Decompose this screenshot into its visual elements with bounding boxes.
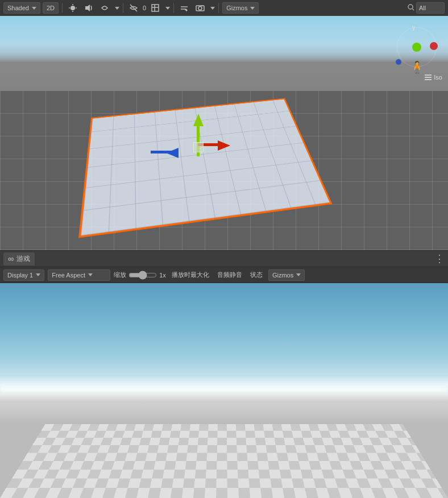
light-icon-button[interactable] bbox=[66, 2, 80, 14]
svg-line-15 bbox=[413, 9, 414, 10]
game-gizmos-button[interactable]: Gizmos bbox=[268, 269, 305, 281]
stats-button[interactable]: 状态 bbox=[248, 270, 265, 280]
grid-chevron-icon bbox=[165, 7, 170, 10]
scale-section: 缩放 1x bbox=[114, 271, 166, 280]
search-icon bbox=[406, 4, 416, 13]
display-chevron-icon bbox=[36, 273, 40, 276]
camera-chevron-icon bbox=[210, 7, 215, 10]
mute-label: 音频静音 bbox=[217, 271, 242, 278]
gizmo-center-cube bbox=[193, 142, 204, 152]
game-tab-label: 游戏 bbox=[16, 254, 30, 264]
shaded-button[interactable]: Shaded bbox=[3, 2, 40, 14]
game-gizmos-chevron-icon bbox=[296, 273, 301, 276]
svg-point-13 bbox=[198, 7, 202, 10]
grid-icon-button[interactable] bbox=[148, 2, 162, 14]
game-view bbox=[0, 283, 448, 498]
search-area bbox=[406, 2, 445, 14]
maximize-button[interactable]: 播放时最大化 bbox=[169, 270, 211, 280]
toolbar-separator-1 bbox=[62, 3, 63, 13]
effects-icon-button[interactable] bbox=[98, 2, 111, 14]
iso-line-3 bbox=[425, 79, 432, 80]
iso-line-2 bbox=[425, 77, 432, 78]
hidden-layers-icon-button[interactable] bbox=[127, 2, 140, 14]
hidden-zero-label: 0 bbox=[143, 5, 146, 11]
shaded-label: Shaded bbox=[7, 5, 29, 11]
aspect-label: Free Aspect bbox=[52, 272, 85, 279]
scale-slider[interactable] bbox=[128, 271, 157, 280]
2d-button[interactable]: 2D bbox=[43, 2, 59, 14]
orientation-z-dot bbox=[396, 59, 401, 65]
game-tab-bar: ∞ 游戏 ⋮ bbox=[0, 250, 448, 267]
maximize-label: 播放时最大化 bbox=[172, 271, 209, 278]
orientation-gizmo[interactable]: y 🧍 bbox=[391, 22, 442, 73]
orientation-x-dot bbox=[430, 42, 438, 50]
toolbar-separator-2 bbox=[123, 3, 123, 13]
audio-icon-button[interactable] bbox=[82, 2, 96, 14]
2d-label: 2D bbox=[47, 5, 55, 11]
gizmo-z-stem bbox=[151, 151, 176, 153]
svg-marker-5 bbox=[85, 5, 90, 11]
iso-text: Iso bbox=[434, 74, 442, 81]
svg-line-6 bbox=[130, 5, 137, 11]
orientation-y-dot bbox=[412, 43, 421, 52]
aspect-button[interactable]: Free Aspect bbox=[48, 269, 110, 281]
tools-icon-button[interactable] bbox=[177, 2, 191, 14]
svg-point-0 bbox=[70, 6, 75, 10]
game-tab[interactable]: ∞ 游戏 bbox=[3, 252, 35, 265]
search-input[interactable] bbox=[416, 2, 445, 14]
svg-point-14 bbox=[408, 5, 413, 9]
toolbar-separator-4 bbox=[218, 3, 219, 13]
camera-icon-button[interactable] bbox=[193, 2, 207, 14]
scene-horizon bbox=[0, 40, 448, 63]
game-tab-menu-button[interactable]: ⋮ bbox=[434, 254, 445, 264]
scale-prefix-label: 缩放 bbox=[114, 271, 126, 279]
scale-value-label: 1x bbox=[159, 272, 166, 279]
transform-gizmo bbox=[165, 111, 233, 179]
scene-toolbar: Shaded 2D bbox=[0, 0, 448, 16]
game-gizmos-label: Gizmos bbox=[272, 272, 293, 279]
effects-chevron-icon bbox=[115, 7, 119, 10]
gizmo-y-arrow bbox=[193, 114, 204, 126]
orientation-y-label: y bbox=[412, 24, 416, 31]
display-label: Display 1 bbox=[7, 272, 33, 279]
gizmos-chevron-icon bbox=[250, 7, 255, 10]
game-tab-icon: ∞ bbox=[8, 254, 14, 263]
stats-label: 状态 bbox=[250, 271, 263, 278]
aspect-chevron-icon bbox=[88, 273, 93, 276]
mute-button[interactable]: 音频静音 bbox=[215, 270, 244, 280]
orientation-figure-icon: 🧍 bbox=[410, 61, 424, 73]
game-bottom-toolbar: Display 1 Free Aspect 缩放 1x 播放时最大化 音频静音 … bbox=[0, 267, 448, 283]
iso-line-1 bbox=[425, 74, 432, 76]
game-horizon bbox=[0, 386, 448, 393]
gizmos-label: Gizmos bbox=[226, 5, 247, 11]
toolbar-separator-3 bbox=[173, 3, 174, 13]
display-button[interactable]: Display 1 bbox=[3, 269, 44, 281]
scene-view: Shaded 2D bbox=[0, 0, 448, 250]
iso-lines-icon bbox=[425, 74, 432, 80]
game-floor-checkerboard bbox=[0, 424, 448, 498]
iso-label: Iso bbox=[425, 74, 442, 81]
shaded-chevron-icon bbox=[32, 7, 36, 10]
gizmos-button[interactable]: Gizmos bbox=[222, 2, 259, 14]
svg-rect-7 bbox=[152, 5, 159, 11]
